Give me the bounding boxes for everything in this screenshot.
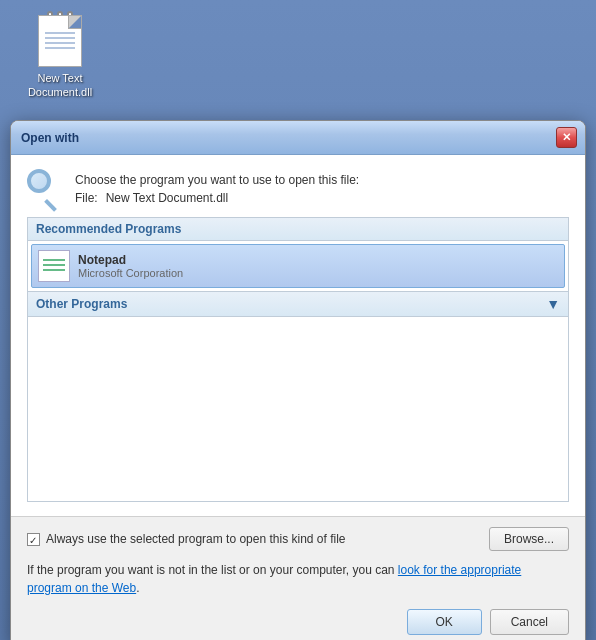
other-programs-label: Other Programs	[36, 297, 127, 311]
dialog-main-content: Choose the program you want to use to op…	[11, 155, 585, 516]
recommended-programs-section: Recommended Programs	[27, 217, 569, 292]
notepad-line	[43, 269, 65, 271]
file-line	[45, 37, 75, 39]
button-row: OK Cancel	[27, 609, 569, 635]
notepad-icon-lines	[43, 259, 65, 274]
always-use-label: Always use the selected program to open …	[46, 532, 346, 546]
checkbox-check-mark: ✓	[29, 535, 38, 544]
file-icon-lines	[45, 32, 75, 52]
notepad-name: Notepad	[78, 253, 183, 267]
other-programs-section: Other Programs ▼	[27, 292, 569, 317]
desktop: New Text Document.dll Open with ✕	[0, 0, 596, 640]
close-button[interactable]: ✕	[556, 127, 577, 148]
ok-button[interactable]: OK	[407, 609, 482, 635]
file-line	[45, 47, 75, 49]
title-bar: Open with ✕	[11, 121, 585, 155]
bottom-link-row: If the program you want is not in the li…	[27, 561, 569, 597]
desktop-icon-label: New Text Document.dll	[20, 71, 100, 100]
bottom-text-suffix: .	[136, 581, 139, 595]
desktop-file-icon[interactable]: New Text Document.dll	[20, 15, 100, 100]
notepad-app-icon	[38, 250, 70, 282]
bottom-text-prefix: If the program you want is not in the li…	[27, 563, 398, 577]
dialog-bottom: ✓ Always use the selected program to ope…	[11, 516, 585, 640]
program-list: Notepad Microsoft Corporation	[28, 241, 568, 291]
notepad-program-item[interactable]: Notepad Microsoft Corporation	[31, 244, 565, 288]
magnifier-handle	[44, 199, 57, 212]
dialog-title: Open with	[21, 131, 79, 145]
file-name-value: New Text Document.dll	[106, 191, 229, 205]
notepad-info: Notepad Microsoft Corporation	[78, 253, 183, 279]
always-use-checkbox-container[interactable]: ✓ Always use the selected program to ope…	[27, 532, 346, 546]
browse-button[interactable]: Browse...	[489, 527, 569, 551]
notepad-line	[43, 264, 65, 266]
recommended-section-header: Recommended Programs	[28, 218, 568, 241]
search-icon	[27, 169, 65, 207]
file-icon-image	[36, 15, 84, 67]
file-name-row: File: New Text Document.dll	[75, 191, 359, 205]
header-text-area: Choose the program you want to use to op…	[75, 171, 359, 205]
file-label: File:	[75, 191, 98, 205]
always-use-row: ✓ Always use the selected program to ope…	[27, 527, 569, 551]
magnifier-icon	[27, 169, 63, 205]
file-line	[45, 32, 75, 34]
open-with-dialog: Open with ✕ Choose the program you want …	[10, 120, 586, 640]
dialog-header: Choose the program you want to use to op…	[27, 169, 569, 207]
notepad-company: Microsoft Corporation	[78, 267, 183, 279]
programs-empty-area	[27, 317, 569, 502]
other-section-header[interactable]: Other Programs ▼	[28, 292, 568, 316]
file-icon-body	[38, 15, 82, 67]
notepad-line	[43, 259, 65, 261]
always-use-checkbox[interactable]: ✓	[27, 533, 40, 546]
file-line	[45, 42, 75, 44]
notepad-icon-image	[38, 250, 70, 282]
header-description: Choose the program you want to use to op…	[75, 171, 359, 189]
dialog-overlay: Open with ✕ Choose the program you want …	[10, 120, 586, 640]
magnifier-circle	[27, 169, 51, 193]
chevron-down-icon: ▼	[546, 296, 560, 312]
cancel-button[interactable]: Cancel	[490, 609, 569, 635]
